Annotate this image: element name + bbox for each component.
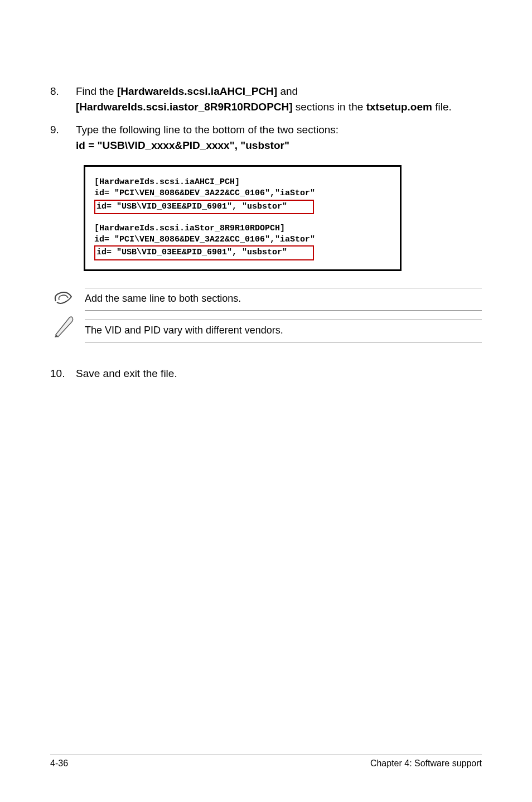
text: Type the following line to the bottom of… bbox=[76, 124, 338, 136]
note-lines: Add the same line to both sections. The … bbox=[85, 288, 482, 342]
bold-text: id = "USB\VID_xxxx&PID_xxxx", "usbstor" bbox=[76, 139, 289, 151]
step-8: 8. Find the [HardwareIds.scsi.iaAHCI_PCH… bbox=[50, 84, 482, 114]
step-10: 10. Save and exit the file. bbox=[50, 366, 482, 381]
note-paperclip-icon bbox=[52, 290, 75, 310]
code-line: id= "PCI\VEN_8086&DEV_3A22&CC_0106","iaS… bbox=[94, 188, 391, 199]
step-9-number: 9. bbox=[50, 122, 76, 153]
code-line: [HardwareIds.scsi.iaStor_8R9R10RDOPCH] bbox=[94, 223, 391, 234]
step-8-text: Find the [HardwareIds.scsi.iaAHCI_PCH] a… bbox=[76, 84, 482, 114]
footer-page-number: 4-36 bbox=[50, 758, 68, 769]
note-icons bbox=[52, 288, 75, 342]
note-1: Add the same line to both sections. bbox=[85, 288, 482, 311]
text: and bbox=[277, 85, 298, 97]
code-group-1: [HardwareIds.scsi.iaAHCI_PCH] id= "PCI\V… bbox=[94, 177, 391, 214]
text: sections in the bbox=[293, 101, 366, 113]
text: Find the bbox=[76, 85, 117, 97]
highlighted-code-line: id= "USB\VID_03EE&PID_6901", "usbstor" bbox=[94, 245, 314, 260]
code-box: [HardwareIds.scsi.iaAHCI_PCH] id= "PCI\V… bbox=[84, 165, 402, 271]
code-line: id= "PCI\VEN_8086&DEV_3A22&CC_0106","iaS… bbox=[94, 234, 391, 245]
step-9-text: Type the following line to the bottom of… bbox=[76, 122, 482, 153]
code-group-2: [HardwareIds.scsi.iaStor_8R9R10RDOPCH] i… bbox=[94, 223, 391, 260]
step-10-number: 10. bbox=[50, 366, 76, 381]
step-10-text: Save and exit the file. bbox=[76, 366, 482, 381]
highlighted-code-line: id= "USB\VID_03EE&PID_6901", "usbstor" bbox=[94, 200, 314, 214]
note-pen-icon bbox=[52, 315, 75, 338]
text: file. bbox=[432, 101, 452, 113]
step-8-number: 8. bbox=[50, 84, 76, 114]
bold-text: [HardwareIds.scsi.iaAHCI_PCH] bbox=[117, 85, 277, 97]
page-footer: 4-36 Chapter 4: Software support bbox=[50, 755, 482, 769]
step-9: 9. Type the following line to the bottom… bbox=[50, 122, 482, 153]
footer-chapter: Chapter 4: Software support bbox=[370, 758, 482, 769]
code-line: [HardwareIds.scsi.iaAHCI_PCH] bbox=[94, 177, 391, 188]
bold-text: [HardwareIds.scsi.iastor_8R9R10RDOPCH] bbox=[76, 101, 293, 113]
notes-area: Add the same line to both sections. The … bbox=[52, 288, 482, 342]
bold-text: txtsetup.oem bbox=[366, 101, 432, 113]
note-2: The VID and PID vary with different vend… bbox=[85, 320, 482, 342]
